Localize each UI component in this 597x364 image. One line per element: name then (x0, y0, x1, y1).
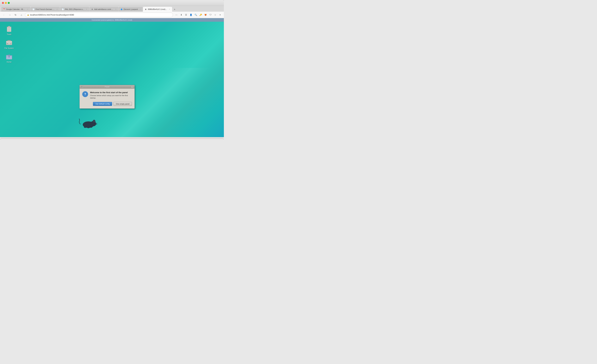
tab-close-4[interactable]: × (115, 8, 117, 10)
bookmarks-button[interactable]: ☰ (184, 13, 188, 17)
tab-favicon-3: 📄 (62, 8, 64, 10)
dialog-buttons: Use default config One empty panel (82, 102, 132, 106)
zoom-button[interactable]: 🔍 (194, 13, 198, 17)
svg-point-10 (10, 43, 11, 44)
tab-label-2: First French-German Machine Lea... (36, 8, 55, 10)
star-button[interactable]: ☆ (213, 13, 217, 17)
tab-close-5[interactable]: × (139, 8, 141, 10)
filesystem-label: File System (4, 47, 14, 49)
novnc-status-bar: Connected (unencrypted) to: 0080c85e41cf… (0, 18, 224, 22)
scrollbar-track[interactable] (1, 138, 223, 139)
home-button[interactable]: ⌂ (19, 13, 24, 17)
tab-element[interactable]: 🔷 Element | jcarpent × (119, 7, 143, 12)
dialog-title: Panel (105, 86, 109, 88)
svg-point-20 (95, 123, 95, 123)
svg-rect-9 (7, 43, 8, 44)
svg-line-22 (96, 123, 97, 124)
svg-rect-1 (8, 26, 10, 27)
svg-rect-14 (8, 56, 10, 57)
browser-window: 📅 Google Calendar - Week of 10 × 📄 First… (0, 0, 224, 139)
tab-label-3: RAL 2021 (Réponse aux review... (65, 8, 84, 10)
svg-marker-12 (8, 54, 10, 56)
tab-label-5: Element | jcarpent (124, 8, 138, 10)
trash-icon-img (5, 25, 13, 33)
trash-label: Trash (7, 33, 11, 36)
tab-google-calendar[interactable]: 📅 Google Calendar - Week of 10 × (1, 7, 31, 12)
use-default-config-button[interactable]: Use default config (93, 102, 112, 106)
svg-point-26 (87, 127, 90, 128)
desktop[interactable]: Trash (0, 22, 224, 137)
profile-button[interactable]: 👤 (189, 13, 193, 17)
new-tab-button[interactable]: + (172, 7, 177, 12)
back-button[interactable]: ← (2, 13, 6, 17)
rat-mascot (78, 117, 97, 128)
tab-ral2021[interactable]: 📄 RAL 2021 (Réponse aux review... × (60, 7, 89, 12)
dialog-close-controls: × (131, 86, 134, 88)
tab-favicon-2: 📄 (32, 8, 35, 10)
dialog-content: ? Welcome to the first start of the pane… (82, 91, 132, 99)
tab-close-2[interactable]: × (56, 8, 58, 10)
menu-button[interactable]: ≡ (218, 13, 222, 17)
desktop-icons: Trash (3, 25, 15, 63)
dialog-expand-button[interactable]: ⊞ (81, 86, 83, 88)
dialog-question-icon: ? (82, 91, 88, 97)
dialog-subtext: Choose below which setup you want for th… (90, 94, 132, 99)
url-text: localhost:6080/vnc.html?host=localhost&p… (30, 14, 74, 16)
dialog-close-button[interactable]: × (131, 86, 134, 88)
toolbar-right: ⋯ ⬇ ☰ 👤 🔍 🔑 🦊 🛡 ☆ ≡ (174, 13, 222, 17)
addon-button[interactable]: 🛡 (208, 13, 212, 17)
desktop-icon-home[interactable]: Home (3, 53, 15, 63)
panel-dialog: ⊞ Panel × ? Welcome to the first start o… (79, 85, 135, 109)
extensions-button[interactable]: ⋯ (174, 13, 179, 17)
svg-point-18 (93, 120, 95, 122)
tab-favicon-4: ⚙ (91, 8, 93, 10)
security-icon: 🔒 (27, 14, 29, 16)
tab-favicon-1: 📅 (3, 8, 5, 10)
firefox-icon[interactable]: 🦊 (204, 13, 208, 17)
minimize-button[interactable] (5, 2, 7, 4)
reload-button[interactable]: ↻ (13, 13, 18, 17)
tab-label-1: Google Calendar - Week of 10 (6, 8, 26, 10)
one-empty-panel-button[interactable]: One empty panel (113, 102, 132, 106)
address-bar: ← → ↻ ⌂ 🔒 localhost:6080/vnc.html?host=l… (0, 12, 224, 18)
tabs-bar: 📅 Google Calendar - Week of 10 × 📄 First… (0, 6, 224, 12)
tab-favicon-5: 🔷 (120, 8, 123, 10)
svg-point-27 (90, 126, 92, 128)
dialog-body: ? Welcome to the first start of the pane… (80, 89, 134, 108)
title-bar (0, 0, 224, 6)
dialog-text: Welcome to the first start of the panel … (90, 91, 132, 99)
forward-button[interactable]: → (8, 13, 12, 17)
tab-label-6: 0080c85e41cf:1 (root) - noVNC (148, 8, 167, 10)
tab-french-german[interactable]: 📄 First French-German Machine Lea... × (31, 7, 60, 12)
filesystem-icon-img (5, 39, 13, 46)
dialog-controls: ⊞ (81, 86, 83, 88)
dialog-heading: Welcome to the first start of the panel (90, 91, 132, 94)
novnc-status-text: Connected (unencrypted) to: 0080c85e41cf… (92, 19, 132, 21)
tab-close-1[interactable]: × (27, 8, 29, 10)
home-label: Home (7, 61, 11, 63)
desktop-viewport: Trash (0, 22, 224, 137)
tab-close-3[interactable]: × (85, 8, 88, 10)
url-input-container[interactable]: 🔒 localhost:6080/vnc.html?host=localhost… (25, 13, 173, 17)
home-icon-img (5, 53, 13, 60)
tab-favicon-6: 🖥 (145, 8, 147, 10)
tab-novnc[interactable]: 🖥 0080c85e41cf:1 (root) - noVNC × (143, 7, 172, 12)
svg-rect-8 (8, 40, 11, 41)
svg-point-25 (84, 126, 86, 128)
tab-label-4: Add admittance controller by d... (94, 8, 114, 10)
password-button[interactable]: 🔑 (199, 13, 203, 17)
svg-line-24 (96, 124, 97, 125)
svg-rect-7 (6, 41, 12, 43)
desktop-icon-trash[interactable]: Trash (3, 25, 15, 36)
close-button[interactable] (2, 2, 4, 4)
maximize-button[interactable] (8, 2, 10, 4)
scrollbar-bottom (0, 137, 224, 139)
tab-close-6[interactable]: × (168, 8, 171, 10)
traffic-lights (2, 2, 10, 4)
desktop-icon-filesystem[interactable]: File System (3, 39, 15, 49)
dialog-titlebar: ⊞ Panel × (80, 85, 134, 89)
downloads-button[interactable]: ⬇ (179, 13, 183, 17)
tab-admittance[interactable]: ⚙ Add admittance controller by d... × (89, 7, 118, 12)
svg-point-19 (94, 122, 95, 123)
